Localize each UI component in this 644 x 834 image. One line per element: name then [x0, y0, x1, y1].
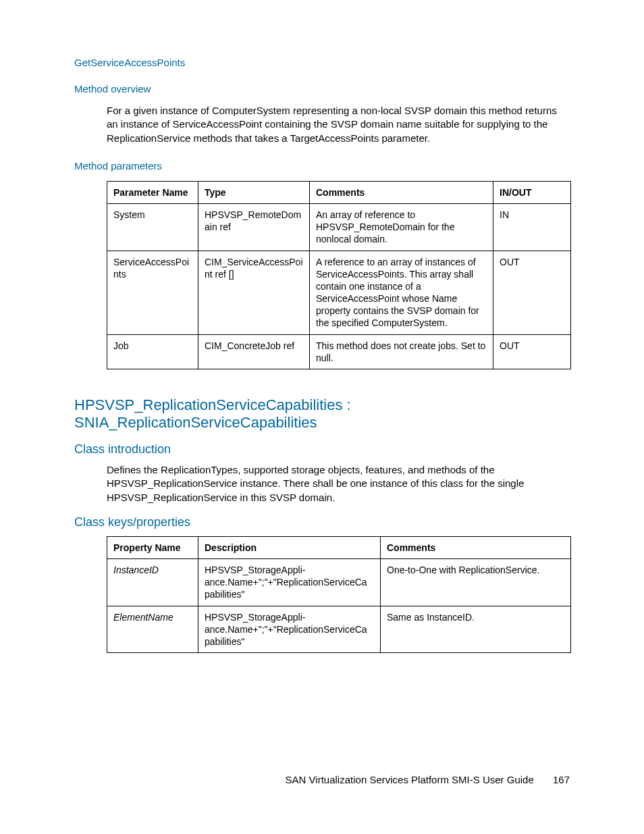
- page-content: GetServiceAccessPoints Method overview F…: [0, 0, 644, 653]
- footer-page-number: 167: [553, 774, 570, 785]
- col-parameter-name: Parameter Name: [107, 181, 198, 203]
- table-row: ElementName HPSVSP_StorageAppli­ance.Nam…: [107, 606, 571, 653]
- page-footer: SAN Virtualization Services Platform SMI…: [286, 774, 570, 785]
- cell-desc: HPSVSP_StorageAppli­ance.Name+";"+"Repli…: [198, 558, 381, 606]
- table-header-row: Property Name Description Comments: [107, 536, 571, 558]
- table-header-row: Parameter Name Type Comments IN/OUT: [107, 181, 571, 203]
- cell-comments: An array of reference to HPSVSP_Remote­D…: [310, 203, 493, 251]
- class-keys-table: Property Name Description Comments Insta…: [107, 536, 571, 653]
- cell-desc: HPSVSP_StorageAppli­ance.Name+";"+"Repli…: [198, 606, 381, 653]
- cell-comments: Same as InstanceID.: [381, 606, 571, 653]
- method-parameters-table: Parameter Name Type Comments IN/OUT Syst…: [107, 181, 571, 369]
- cell-comments: A reference to an array of instances of …: [310, 251, 493, 334]
- col-description: Description: [198, 536, 381, 558]
- table-row: ServiceAccessPoints CIM_ServiceAccessPoi…: [107, 251, 571, 334]
- cell-io: OUT: [493, 251, 571, 334]
- class-keys-heading: Class keys/properties: [74, 515, 570, 529]
- col-property-name: Property Name: [107, 536, 198, 558]
- cell-io: IN: [493, 203, 571, 251]
- col-inout: IN/OUT: [493, 181, 571, 203]
- class-intro-text: Defines the ReplicationTypes, supported …: [107, 463, 570, 504]
- col-type: Type: [198, 181, 310, 203]
- cell-type: CIM_ConcreteJob ref: [198, 334, 310, 369]
- cell-name: Job: [107, 334, 198, 369]
- cell-comments: This method does not create jobs. Set to…: [310, 334, 493, 369]
- table-row: Job CIM_ConcreteJob ref This method does…: [107, 334, 571, 369]
- footer-title: SAN Virtualization Services Platform SMI…: [286, 774, 534, 785]
- class-intro-heading: Class introduction: [74, 442, 570, 457]
- method-overview-text: For a given instance of ComputerSystem r…: [107, 104, 570, 145]
- method-overview-heading: Method overview: [74, 83, 570, 95]
- table-row: System HPSVSP_RemoteDomain ref An array …: [107, 203, 571, 251]
- cell-name: InstanceID: [107, 558, 198, 606]
- cell-name: System: [107, 203, 198, 251]
- method-name-heading: GetServiceAccessPoints: [74, 57, 570, 68]
- table-row: InstanceID HPSVSP_StorageAppli­ance.Name…: [107, 558, 571, 606]
- cell-name: ServiceAccessPoints: [107, 251, 198, 334]
- method-parameters-heading: Method parameters: [74, 160, 570, 172]
- cell-io: OUT: [493, 334, 571, 369]
- col-comments: Comments: [310, 181, 493, 203]
- col-comments: Comments: [381, 536, 571, 558]
- cell-type: CIM_ServiceAccessPoint ref []: [198, 251, 310, 334]
- cell-type: HPSVSP_RemoteDomain ref: [198, 203, 310, 251]
- cell-name: ElementName: [107, 606, 198, 653]
- class-heading: HPSVSP_ReplicationServiceCapabilities : …: [74, 396, 570, 432]
- cell-comments: One-to-One with ReplicationService.: [381, 558, 571, 606]
